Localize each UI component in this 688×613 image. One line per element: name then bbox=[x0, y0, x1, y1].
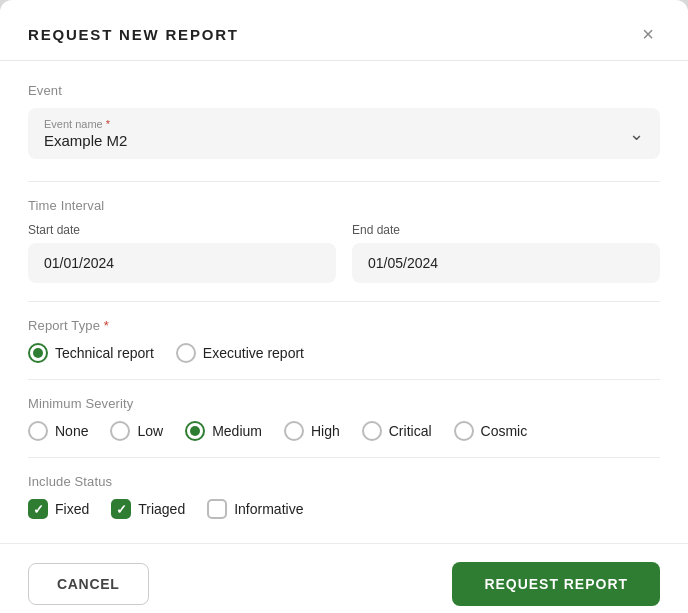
low-radio-outer bbox=[110, 421, 130, 441]
critical-radio-outer bbox=[362, 421, 382, 441]
report-required-star: * bbox=[100, 318, 109, 333]
event-section-label: Event bbox=[28, 83, 660, 98]
start-date-input[interactable] bbox=[28, 243, 336, 283]
severity-critical[interactable]: Critical bbox=[362, 421, 432, 441]
modal-header: REQUEST NEW REPORT × bbox=[0, 0, 688, 61]
severity-none[interactable]: None bbox=[28, 421, 88, 441]
technical-radio-outer bbox=[28, 343, 48, 363]
informative-checkbox bbox=[207, 499, 227, 519]
event-dropdown-inner: Event name * Example M2 bbox=[44, 118, 127, 149]
triaged-label: Triaged bbox=[138, 501, 185, 517]
critical-label: Critical bbox=[389, 423, 432, 439]
end-date-label: End date bbox=[352, 223, 660, 237]
status-triaged[interactable]: ✓ Triaged bbox=[111, 499, 185, 519]
end-date-input[interactable] bbox=[352, 243, 660, 283]
cancel-button[interactable]: CANCEL bbox=[28, 563, 149, 605]
medium-radio-outer bbox=[185, 421, 205, 441]
time-interval-label: Time Interval bbox=[28, 198, 660, 213]
time-interval-section: Time Interval Start date End date bbox=[28, 198, 660, 283]
status-informative[interactable]: Informative bbox=[207, 499, 303, 519]
chevron-down-icon: ⌄ bbox=[629, 123, 644, 145]
report-type-label: Report Type * bbox=[28, 318, 660, 333]
report-type-section: Report Type * Technical report Executive… bbox=[28, 318, 660, 363]
low-label: Low bbox=[137, 423, 163, 439]
start-date-label: Start date bbox=[28, 223, 336, 237]
severity-section: Minimum Severity None Low Medium bbox=[28, 396, 660, 441]
fixed-checkbox: ✓ bbox=[28, 499, 48, 519]
cosmic-label: Cosmic bbox=[481, 423, 528, 439]
severity-cosmic[interactable]: Cosmic bbox=[454, 421, 528, 441]
include-status-label: Include Status bbox=[28, 474, 660, 489]
high-label: High bbox=[311, 423, 340, 439]
severity-options: None Low Medium High bbox=[28, 421, 660, 441]
high-radio-outer bbox=[284, 421, 304, 441]
triaged-checkbox: ✓ bbox=[111, 499, 131, 519]
date-row: Start date End date bbox=[28, 223, 660, 283]
request-report-button[interactable]: REQUEST REPORT bbox=[452, 562, 660, 606]
status-fixed[interactable]: ✓ Fixed bbox=[28, 499, 89, 519]
technical-radio-inner bbox=[33, 348, 43, 358]
triaged-checkmark: ✓ bbox=[116, 503, 127, 516]
end-date-field: End date bbox=[352, 223, 660, 283]
modal-title: REQUEST NEW REPORT bbox=[28, 26, 239, 43]
informative-label: Informative bbox=[234, 501, 303, 517]
event-value: Example M2 bbox=[44, 132, 127, 149]
status-options: ✓ Fixed ✓ Triaged Informative bbox=[28, 499, 660, 519]
severity-label: Minimum Severity bbox=[28, 396, 660, 411]
report-type-executive[interactable]: Executive report bbox=[176, 343, 304, 363]
required-star: * bbox=[103, 118, 110, 130]
report-type-technical[interactable]: Technical report bbox=[28, 343, 154, 363]
medium-label: Medium bbox=[212, 423, 262, 439]
cosmic-radio-outer bbox=[454, 421, 474, 441]
close-button[interactable]: × bbox=[636, 22, 660, 46]
fixed-checkmark: ✓ bbox=[33, 503, 44, 516]
event-name-dropdown[interactable]: Event name * Example M2 ⌄ bbox=[28, 108, 660, 159]
none-label: None bbox=[55, 423, 88, 439]
report-type-options: Technical report Executive report bbox=[28, 343, 660, 363]
none-radio-outer bbox=[28, 421, 48, 441]
technical-report-label: Technical report bbox=[55, 345, 154, 361]
modal-footer: CANCEL REQUEST REPORT bbox=[0, 543, 688, 613]
fixed-label: Fixed bbox=[55, 501, 89, 517]
divider-2 bbox=[28, 301, 660, 302]
divider-4 bbox=[28, 457, 660, 458]
executive-report-label: Executive report bbox=[203, 345, 304, 361]
severity-medium[interactable]: Medium bbox=[185, 421, 262, 441]
modal-body: Event Event name * Example M2 ⌄ Time Int… bbox=[0, 61, 688, 519]
divider bbox=[28, 181, 660, 182]
event-field-label: Event name * bbox=[44, 118, 127, 130]
event-section: Event Event name * Example M2 ⌄ bbox=[28, 83, 660, 159]
medium-radio-inner bbox=[190, 426, 200, 436]
include-status-section: Include Status ✓ Fixed ✓ Triaged Inform bbox=[28, 474, 660, 519]
severity-low[interactable]: Low bbox=[110, 421, 163, 441]
divider-3 bbox=[28, 379, 660, 380]
severity-high[interactable]: High bbox=[284, 421, 340, 441]
executive-radio-outer bbox=[176, 343, 196, 363]
start-date-field: Start date bbox=[28, 223, 336, 283]
modal-dialog: REQUEST NEW REPORT × Event Event name * … bbox=[0, 0, 688, 613]
